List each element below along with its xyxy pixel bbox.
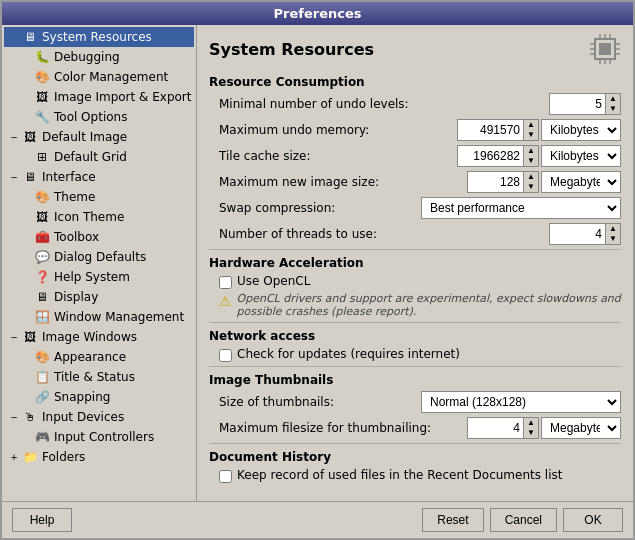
sidebar-item-interface[interactable]: − 🖥 Interface <box>4 167 194 187</box>
display-icon: 🖥 <box>34 289 50 305</box>
check-updates-checkbox[interactable] <box>219 349 232 362</box>
min-undo-input[interactable]: 5 <box>550 94 605 114</box>
controller-icon: 🎮 <box>34 429 50 445</box>
sidebar-item-window-management[interactable]: 🪟 Window Management <box>16 307 194 327</box>
swap-compression-select[interactable]: Best performance Default Fast None <box>421 197 621 219</box>
check-updates-label: Check for updates (requires internet) <box>237 347 460 361</box>
network-access-label: Network access <box>209 329 621 343</box>
sidebar-item-appearance[interactable]: 🎨 Appearance <box>16 347 194 367</box>
max-new-image-unit[interactable]: Megabytes Kilobytes <box>541 171 621 193</box>
tool-icon: 🔧 <box>34 109 50 125</box>
max-filesize-spinbox[interactable]: 4 ▲ ▼ <box>467 417 539 439</box>
sidebar-item-input-devices[interactable]: − 🖱 Input Devices <box>4 407 194 427</box>
sidebar-item-default-image[interactable]: − 🖼 Default Image <box>4 127 194 147</box>
sidebar-item-help-system[interactable]: ❓ Help System <box>16 267 194 287</box>
help-button[interactable]: Help <box>12 508 72 532</box>
sidebar-item-image-windows[interactable]: − 🖼 Image Windows <box>4 327 194 347</box>
threads-up[interactable]: ▲ <box>606 224 620 234</box>
threads-down[interactable]: ▼ <box>606 234 620 244</box>
monitor-icon: 🖥 <box>22 29 38 45</box>
title-icon: 📋 <box>34 369 50 385</box>
cancel-button[interactable]: Cancel <box>490 508 557 532</box>
warning-icon: ⚠ <box>219 293 232 309</box>
threads-label: Number of threads to use: <box>219 227 549 241</box>
min-undo-down[interactable]: ▼ <box>606 104 620 114</box>
max-undo-down[interactable]: ▼ <box>524 130 538 140</box>
sidebar-item-dialog-defaults[interactable]: 💬 Dialog Defaults <box>16 247 194 267</box>
keep-record-label: Keep record of used files in the Recent … <box>237 468 562 482</box>
sidebar-item-folders[interactable]: + 📁 Folders <box>4 447 194 467</box>
import-icon: 🖼 <box>34 89 50 105</box>
swap-compression-label: Swap compression: <box>219 201 421 215</box>
sidebar-item-toolbox[interactable]: 🧰 Toolbox <box>16 227 194 247</box>
dialog-footer: Help Reset Cancel OK <box>2 501 633 538</box>
grid-icon: ⊞ <box>34 149 50 165</box>
input-icon: 🖱 <box>22 409 38 425</box>
sidebar-item-default-grid[interactable]: ⊞ Default Grid <box>16 147 194 167</box>
max-new-image-up[interactable]: ▲ <box>524 172 538 182</box>
max-filesize-up[interactable]: ▲ <box>524 418 538 428</box>
sidebar: 🖥 System Resources 🐛 Debugging 🎨 Color M… <box>2 25 197 501</box>
color-icon: 🎨 <box>34 69 50 85</box>
threads-spinbox[interactable]: 4 ▲ ▼ <box>549 223 621 245</box>
appearance-icon: 🎨 <box>34 349 50 365</box>
snap-icon: 🔗 <box>34 389 50 405</box>
window-icon: 🪟 <box>34 309 50 325</box>
dialog-icon: 💬 <box>34 249 50 265</box>
max-new-image-down[interactable]: ▼ <box>524 182 538 192</box>
interface-icon: 🖥 <box>22 169 38 185</box>
min-undo-spinbox[interactable]: 5 ▲ ▼ <box>549 93 621 115</box>
thumbnail-size-select[interactable]: Normal (128x128) Small (64x64) Large (25… <box>421 391 621 413</box>
toolbox-icon: 🧰 <box>34 229 50 245</box>
page-title: System Resources <box>209 40 374 59</box>
help-icon: ❓ <box>34 269 50 285</box>
sidebar-item-system-resources[interactable]: 🖥 System Resources <box>4 27 194 47</box>
folder-icon: 📁 <box>22 449 38 465</box>
tile-cache-input[interactable]: 1966282 <box>458 146 523 166</box>
check-updates-row: Check for updates (requires internet) <box>209 347 621 362</box>
max-new-image-label: Maximum new image size: <box>219 175 467 189</box>
min-undo-up[interactable]: ▲ <box>606 94 620 104</box>
sidebar-item-icon-theme[interactable]: 🖼 Icon Theme <box>16 207 194 227</box>
reset-button[interactable]: Reset <box>422 508 483 532</box>
max-undo-unit[interactable]: Kilobytes Megabytes <box>541 119 621 141</box>
debug-icon: 🐛 <box>34 49 50 65</box>
main-content: System Resources <box>197 25 633 501</box>
sidebar-item-image-import-export[interactable]: 🖼 Image Import & Export <box>16 87 194 107</box>
tile-cache-unit[interactable]: Kilobytes Megabytes <box>541 145 621 167</box>
tile-cache-row: Tile cache size: 1966282 ▲ ▼ Kilobytes M… <box>209 145 621 167</box>
max-undo-label: Maximum undo memory: <box>219 123 457 137</box>
tile-cache-label: Tile cache size: <box>219 149 457 163</box>
tile-cache-down[interactable]: ▼ <box>524 156 538 166</box>
max-filesize-unit[interactable]: Megabytes Kilobytes <box>541 417 621 439</box>
sidebar-item-input-controllers[interactable]: 🎮 Input Controllers <box>16 427 194 447</box>
max-undo-input[interactable]: 491570 <box>458 120 523 140</box>
tile-cache-spinbox[interactable]: 1966282 ▲ ▼ <box>457 145 539 167</box>
ok-button[interactable]: OK <box>563 508 623 532</box>
sidebar-item-theme[interactable]: 🎨 Theme <box>16 187 194 207</box>
sidebar-item-color-management[interactable]: 🎨 Color Management <box>16 67 194 87</box>
max-undo-spinbox[interactable]: 491570 ▲ ▼ <box>457 119 539 141</box>
tile-cache-up[interactable]: ▲ <box>524 146 538 156</box>
imagewin-icon: 🖼 <box>22 329 38 345</box>
max-filesize-down[interactable]: ▼ <box>524 428 538 438</box>
max-filesize-input[interactable]: 4 <box>468 418 523 438</box>
sidebar-item-title-status[interactable]: 📋 Title & Status <box>16 367 194 387</box>
min-undo-row: Minimal number of undo levels: 5 ▲ ▼ <box>209 93 621 115</box>
max-filesize-row: Maximum filesize for thumbnailing: 4 ▲ ▼… <box>209 417 621 439</box>
opencl-checkbox[interactable] <box>219 276 232 289</box>
sidebar-item-tool-options[interactable]: 🔧 Tool Options <box>16 107 194 127</box>
keep-record-checkbox[interactable] <box>219 470 232 483</box>
threads-input[interactable]: 4 <box>550 224 605 244</box>
max-new-image-input[interactable]: 128 <box>468 172 523 192</box>
sidebar-item-debugging[interactable]: 🐛 Debugging <box>16 47 194 67</box>
divider-2 <box>209 322 621 323</box>
sidebar-item-display[interactable]: 🖥 Display <box>16 287 194 307</box>
sidebar-item-snapping[interactable]: 🔗 Snapping <box>16 387 194 407</box>
max-new-image-spinbox[interactable]: 128 ▲ ▼ <box>467 171 539 193</box>
threads-row: Number of threads to use: 4 ▲ ▼ <box>209 223 621 245</box>
default-image-icon: 🖼 <box>22 129 38 145</box>
thumbnail-size-label: Size of thumbnails: <box>219 395 421 409</box>
swap-compression-row: Swap compression: Best performance Defau… <box>209 197 621 219</box>
max-undo-up[interactable]: ▲ <box>524 120 538 130</box>
